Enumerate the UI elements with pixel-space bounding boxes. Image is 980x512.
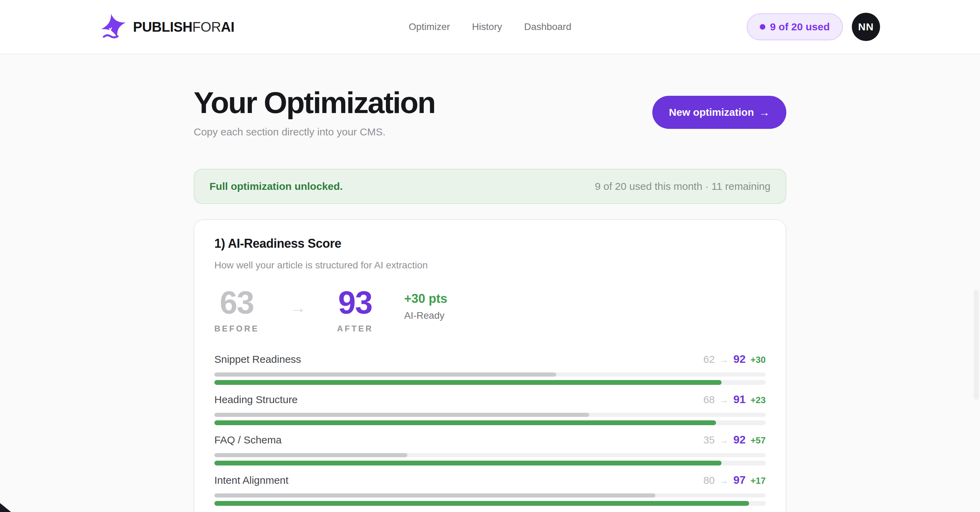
page: PUBLISHFORAI Optimizer History Dashboard… (0, 0, 980, 512)
metric-after-value: 92 (733, 433, 746, 446)
after-progress-bar (214, 420, 766, 425)
metric-values: 62 → 92 +30 (703, 353, 766, 366)
ai-readiness-card: 1) AI-Readiness Score How well your arti… (194, 219, 786, 512)
score-delta-points: +30 pts (404, 291, 447, 306)
logo-wordmark: PUBLISHFORAI (133, 19, 234, 35)
new-optimization-label: New optimization (669, 107, 754, 118)
after-progress-fill (214, 501, 749, 506)
hero-section: Your Optimization Copy each section dire… (194, 54, 786, 138)
metric-row: Snippet Readiness 62 → 92 +30 (214, 353, 766, 385)
usage-badge-label: 9 of 20 used (770, 21, 830, 33)
logo-text-for: FOR (192, 19, 221, 35)
main-nav: Optimizer History Dashboard (409, 21, 571, 32)
cursor-pointer (0, 503, 11, 512)
metrics-list: Snippet Readiness 62 → 92 +30 Heading (214, 353, 766, 506)
metric-before-value: 68 (703, 394, 715, 405)
after-progress-bar (214, 461, 766, 466)
metric-label: Intent Alignment (214, 474, 288, 486)
after-progress-fill (214, 420, 716, 425)
after-score-label: AFTER (337, 324, 373, 334)
before-progress-bar (214, 493, 766, 498)
nav-item-history[interactable]: History (472, 21, 502, 32)
hero-text: Your Optimization Copy each section dire… (194, 87, 435, 138)
metric-values: 68 → 91 +23 (703, 393, 766, 406)
metric-row: Intent Alignment 80 → 97 +17 (214, 474, 766, 506)
metric-values: 35 → 92 +57 (703, 433, 766, 446)
metric-label: Heading Structure (214, 394, 298, 405)
before-progress-bar (214, 453, 766, 457)
metric-delta-badge: +57 (751, 435, 766, 446)
usage-badge[interactable]: 9 of 20 used (747, 13, 843, 40)
logo-text-ai: AI (221, 19, 234, 35)
after-progress-fill (214, 380, 722, 385)
metric-header: Heading Structure 68 → 91 +23 (214, 393, 766, 406)
arrow-right-icon: → (719, 395, 729, 405)
nav-item-dashboard[interactable]: Dashboard (524, 21, 571, 32)
arrow-right-icon: → (719, 475, 729, 486)
score-delta-status: AI-Ready (404, 310, 447, 321)
avatar[interactable]: NN (852, 13, 880, 41)
nav-item-optimizer[interactable]: Optimizer (409, 21, 450, 32)
metric-label: Snippet Readiness (214, 353, 301, 365)
before-progress-fill (214, 413, 589, 417)
after-progress-fill (214, 461, 722, 466)
card-description: How well your article is structured for … (214, 260, 766, 271)
metric-after-value: 92 (733, 353, 746, 366)
before-progress-bar (214, 413, 766, 417)
arrow-right-icon: → (759, 106, 770, 119)
unlock-banner-status: Full optimization unlocked. (210, 181, 343, 192)
card-title: 1) AI-Readiness Score (214, 236, 766, 251)
header-right: 9 of 20 used NN (747, 13, 880, 41)
logo-star-icon (100, 13, 127, 41)
metric-after-value: 91 (733, 393, 746, 406)
dot-icon (760, 24, 765, 30)
metric-header: FAQ / Schema 35 → 92 +57 (214, 433, 766, 446)
before-progress-fill (214, 453, 407, 457)
score-comparison: 63 BEFORE → 93 AFTER +30 pts AI-Ready (214, 287, 766, 334)
after-progress-bar (214, 380, 766, 385)
new-optimization-button[interactable]: New optimization → (652, 96, 786, 129)
metric-values: 80 → 97 +17 (703, 474, 766, 487)
metric-delta-badge: +17 (751, 475, 766, 486)
page-subtitle: Copy each section directly into your CMS… (194, 126, 435, 138)
arrow-right-icon: → (719, 435, 729, 446)
before-progress-bar (214, 372, 766, 377)
metric-header: Snippet Readiness 62 → 92 +30 (214, 353, 766, 366)
metric-header: Intent Alignment 80 → 97 +17 (214, 474, 766, 487)
arrow-right-icon: → (719, 355, 729, 365)
before-score: 63 BEFORE (214, 287, 259, 334)
metric-row: Heading Structure 68 → 91 +23 (214, 393, 766, 425)
header: PUBLISHFORAI Optimizer History Dashboard… (0, 0, 980, 54)
metric-before-value: 80 (703, 474, 715, 486)
after-score-value: 93 (338, 287, 372, 318)
after-score: 93 AFTER (337, 287, 373, 334)
after-progress-bar (214, 501, 766, 506)
metric-after-value: 97 (733, 474, 746, 487)
before-progress-fill (214, 372, 556, 377)
before-score-value: 63 (220, 287, 254, 318)
logo-text-publish: PUBLISH (133, 19, 192, 35)
metric-label: FAQ / Schema (214, 434, 282, 446)
score-delta: +30 pts AI-Ready (404, 287, 447, 321)
metric-before-value: 35 (703, 434, 715, 446)
metric-row: FAQ / Schema 35 → 92 +57 (214, 433, 766, 466)
scrollbar-thumb[interactable] (974, 289, 978, 400)
unlock-banner: Full optimization unlocked. 9 of 20 used… (194, 169, 786, 204)
page-title: Your Optimization (194, 87, 435, 119)
before-score-label: BEFORE (214, 324, 259, 334)
unlock-banner-usage: 9 of 20 used this month · 11 remaining (595, 181, 770, 192)
metric-delta-badge: +30 (751, 355, 766, 365)
main-content: Your Optimization Copy each section dire… (194, 54, 786, 512)
metric-delta-badge: +23 (751, 395, 766, 405)
logo[interactable]: PUBLISHFORAI (100, 13, 234, 41)
metric-before-value: 62 (703, 353, 715, 365)
arrow-right-icon: → (290, 298, 306, 317)
before-progress-fill (214, 493, 655, 498)
